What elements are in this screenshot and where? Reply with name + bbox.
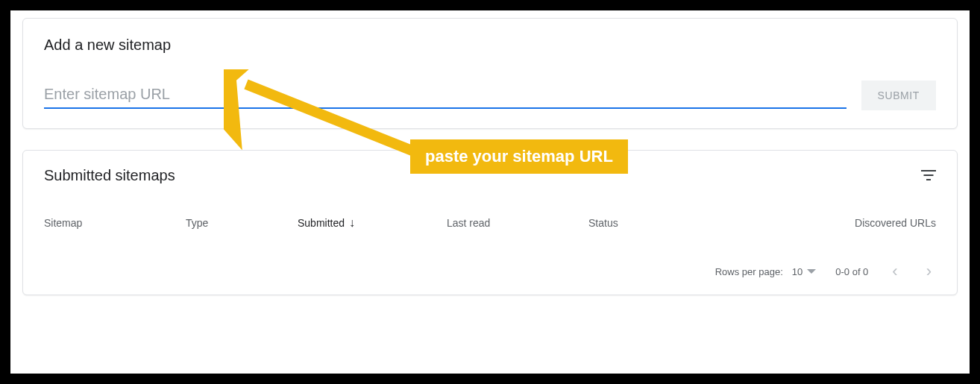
rows-per-page-label: Rows per page:: [715, 266, 783, 277]
sitemap-url-input[interactable]: [44, 83, 846, 109]
annotation-callout: paste your sitemap URL: [410, 139, 628, 174]
rows-per-page-value: 10: [792, 266, 802, 277]
column-type[interactable]: Type: [186, 217, 298, 229]
column-discovered-urls[interactable]: Discovered URLs: [809, 217, 936, 229]
filter-icon[interactable]: [921, 169, 936, 183]
add-sitemap-row: SUBMIT: [44, 81, 936, 110]
column-submitted[interactable]: Submitted ↓: [298, 217, 447, 229]
column-sitemap[interactable]: Sitemap: [44, 217, 186, 229]
chevron-down-icon: [807, 269, 816, 274]
column-status[interactable]: Status: [588, 217, 809, 229]
add-sitemap-card: Add a new sitemap SUBMIT: [22, 18, 958, 129]
table-header-row: Sitemap Type Submitted ↓ Last read Statu…: [44, 217, 936, 262]
previous-page-button[interactable]: ‹: [888, 262, 902, 281]
next-page-button[interactable]: ›: [922, 262, 936, 281]
add-sitemap-title: Add a new sitemap: [44, 37, 936, 54]
submit-button[interactable]: SUBMIT: [861, 81, 937, 110]
submitted-sitemaps-title: Submitted sitemaps: [44, 167, 175, 184]
column-last-read[interactable]: Last read: [447, 217, 588, 229]
table-pager: Rows per page: 10 0-0 of 0 ‹ ›: [44, 262, 936, 281]
rows-per-page-select[interactable]: 10: [792, 266, 816, 277]
column-submitted-label: Submitted: [298, 217, 345, 229]
sort-descending-icon: ↓: [349, 217, 355, 229]
page-range: 0-0 of 0: [835, 266, 868, 277]
